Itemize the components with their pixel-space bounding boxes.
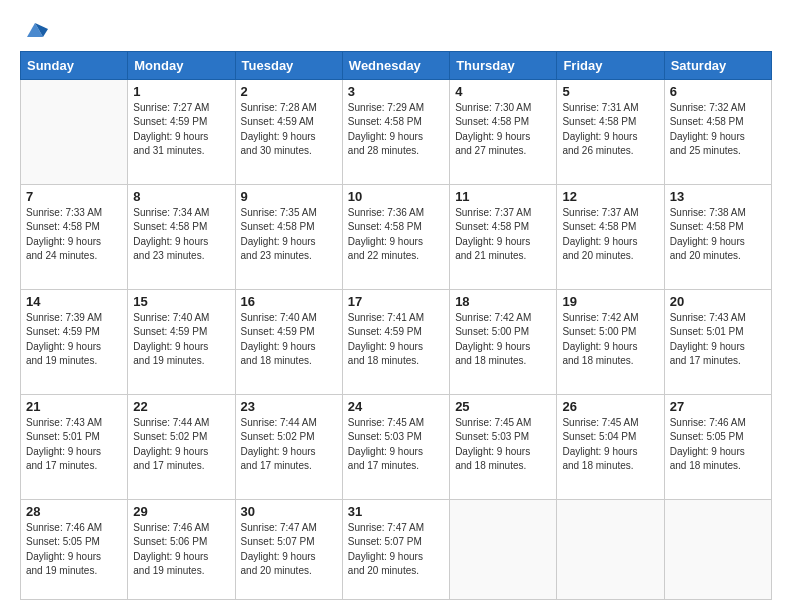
calendar-cell: 8Sunrise: 7:34 AMSunset: 4:58 PMDaylight… xyxy=(128,184,235,289)
day-number: 19 xyxy=(562,294,658,309)
calendar-cell: 29Sunrise: 7:46 AMSunset: 5:06 PMDayligh… xyxy=(128,499,235,599)
day-info: Sunrise: 7:32 AMSunset: 4:58 PMDaylight:… xyxy=(670,101,766,159)
day-number: 12 xyxy=(562,189,658,204)
calendar-cell: 9Sunrise: 7:35 AMSunset: 4:58 PMDaylight… xyxy=(235,184,342,289)
day-number: 11 xyxy=(455,189,551,204)
day-number: 4 xyxy=(455,84,551,99)
day-number: 28 xyxy=(26,504,122,519)
calendar-cell: 15Sunrise: 7:40 AMSunset: 4:59 PMDayligh… xyxy=(128,289,235,394)
weekday-header-friday: Friday xyxy=(557,51,664,79)
day-number: 15 xyxy=(133,294,229,309)
calendar-week-row: 28Sunrise: 7:46 AMSunset: 5:05 PMDayligh… xyxy=(21,499,772,599)
calendar-cell: 21Sunrise: 7:43 AMSunset: 5:01 PMDayligh… xyxy=(21,394,128,499)
day-info: Sunrise: 7:46 AMSunset: 5:05 PMDaylight:… xyxy=(26,521,122,579)
calendar-cell: 24Sunrise: 7:45 AMSunset: 5:03 PMDayligh… xyxy=(342,394,449,499)
day-info: Sunrise: 7:46 AMSunset: 5:06 PMDaylight:… xyxy=(133,521,229,579)
calendar-cell: 6Sunrise: 7:32 AMSunset: 4:58 PMDaylight… xyxy=(664,79,771,184)
day-number: 25 xyxy=(455,399,551,414)
day-info: Sunrise: 7:47 AMSunset: 5:07 PMDaylight:… xyxy=(241,521,337,579)
day-number: 29 xyxy=(133,504,229,519)
calendar-cell: 25Sunrise: 7:45 AMSunset: 5:03 PMDayligh… xyxy=(450,394,557,499)
calendar-cell: 22Sunrise: 7:44 AMSunset: 5:02 PMDayligh… xyxy=(128,394,235,499)
weekday-header-wednesday: Wednesday xyxy=(342,51,449,79)
calendar-cell: 14Sunrise: 7:39 AMSunset: 4:59 PMDayligh… xyxy=(21,289,128,394)
day-info: Sunrise: 7:33 AMSunset: 4:58 PMDaylight:… xyxy=(26,206,122,264)
day-info: Sunrise: 7:44 AMSunset: 5:02 PMDaylight:… xyxy=(133,416,229,474)
day-number: 22 xyxy=(133,399,229,414)
day-info: Sunrise: 7:43 AMSunset: 5:01 PMDaylight:… xyxy=(670,311,766,369)
calendar-cell: 20Sunrise: 7:43 AMSunset: 5:01 PMDayligh… xyxy=(664,289,771,394)
day-number: 26 xyxy=(562,399,658,414)
calendar-cell: 13Sunrise: 7:38 AMSunset: 4:58 PMDayligh… xyxy=(664,184,771,289)
calendar-week-row: 1Sunrise: 7:27 AMSunset: 4:59 PMDaylight… xyxy=(21,79,772,184)
day-info: Sunrise: 7:42 AMSunset: 5:00 PMDaylight:… xyxy=(562,311,658,369)
day-number: 14 xyxy=(26,294,122,309)
calendar-cell: 1Sunrise: 7:27 AMSunset: 4:59 PMDaylight… xyxy=(128,79,235,184)
weekday-header-saturday: Saturday xyxy=(664,51,771,79)
day-info: Sunrise: 7:40 AMSunset: 4:59 PMDaylight:… xyxy=(133,311,229,369)
day-number: 2 xyxy=(241,84,337,99)
weekday-header-sunday: Sunday xyxy=(21,51,128,79)
day-number: 3 xyxy=(348,84,444,99)
calendar-cell: 18Sunrise: 7:42 AMSunset: 5:00 PMDayligh… xyxy=(450,289,557,394)
calendar-cell: 2Sunrise: 7:28 AMSunset: 4:59 AMDaylight… xyxy=(235,79,342,184)
calendar-cell: 11Sunrise: 7:37 AMSunset: 4:58 PMDayligh… xyxy=(450,184,557,289)
calendar-cell: 23Sunrise: 7:44 AMSunset: 5:02 PMDayligh… xyxy=(235,394,342,499)
calendar-cell: 27Sunrise: 7:46 AMSunset: 5:05 PMDayligh… xyxy=(664,394,771,499)
day-info: Sunrise: 7:45 AMSunset: 5:03 PMDaylight:… xyxy=(455,416,551,474)
day-info: Sunrise: 7:37 AMSunset: 4:58 PMDaylight:… xyxy=(562,206,658,264)
day-info: Sunrise: 7:39 AMSunset: 4:59 PMDaylight:… xyxy=(26,311,122,369)
day-number: 20 xyxy=(670,294,766,309)
day-number: 21 xyxy=(26,399,122,414)
day-info: Sunrise: 7:47 AMSunset: 5:07 PMDaylight:… xyxy=(348,521,444,579)
day-number: 8 xyxy=(133,189,229,204)
calendar-cell: 17Sunrise: 7:41 AMSunset: 4:59 PMDayligh… xyxy=(342,289,449,394)
calendar-cell: 31Sunrise: 7:47 AMSunset: 5:07 PMDayligh… xyxy=(342,499,449,599)
day-info: Sunrise: 7:44 AMSunset: 5:02 PMDaylight:… xyxy=(241,416,337,474)
day-number: 13 xyxy=(670,189,766,204)
calendar-cell xyxy=(557,499,664,599)
day-number: 1 xyxy=(133,84,229,99)
day-number: 24 xyxy=(348,399,444,414)
weekday-header-monday: Monday xyxy=(128,51,235,79)
calendar-week-row: 7Sunrise: 7:33 AMSunset: 4:58 PMDaylight… xyxy=(21,184,772,289)
day-info: Sunrise: 7:37 AMSunset: 4:58 PMDaylight:… xyxy=(455,206,551,264)
day-info: Sunrise: 7:46 AMSunset: 5:05 PMDaylight:… xyxy=(670,416,766,474)
day-info: Sunrise: 7:29 AMSunset: 4:58 PMDaylight:… xyxy=(348,101,444,159)
day-info: Sunrise: 7:35 AMSunset: 4:58 PMDaylight:… xyxy=(241,206,337,264)
day-number: 30 xyxy=(241,504,337,519)
calendar-cell: 3Sunrise: 7:29 AMSunset: 4:58 PMDaylight… xyxy=(342,79,449,184)
weekday-header-tuesday: Tuesday xyxy=(235,51,342,79)
day-info: Sunrise: 7:28 AMSunset: 4:59 AMDaylight:… xyxy=(241,101,337,159)
day-number: 5 xyxy=(562,84,658,99)
calendar-week-row: 21Sunrise: 7:43 AMSunset: 5:01 PMDayligh… xyxy=(21,394,772,499)
day-number: 7 xyxy=(26,189,122,204)
day-info: Sunrise: 7:42 AMSunset: 5:00 PMDaylight:… xyxy=(455,311,551,369)
calendar-cell: 7Sunrise: 7:33 AMSunset: 4:58 PMDaylight… xyxy=(21,184,128,289)
day-info: Sunrise: 7:38 AMSunset: 4:58 PMDaylight:… xyxy=(670,206,766,264)
weekday-header-thursday: Thursday xyxy=(450,51,557,79)
calendar-cell: 5Sunrise: 7:31 AMSunset: 4:58 PMDaylight… xyxy=(557,79,664,184)
calendar-cell: 10Sunrise: 7:36 AMSunset: 4:58 PMDayligh… xyxy=(342,184,449,289)
header xyxy=(20,18,772,41)
day-number: 18 xyxy=(455,294,551,309)
day-info: Sunrise: 7:45 AMSunset: 5:03 PMDaylight:… xyxy=(348,416,444,474)
day-info: Sunrise: 7:45 AMSunset: 5:04 PMDaylight:… xyxy=(562,416,658,474)
weekday-header-row: SundayMondayTuesdayWednesdayThursdayFrid… xyxy=(21,51,772,79)
day-info: Sunrise: 7:41 AMSunset: 4:59 PMDaylight:… xyxy=(348,311,444,369)
calendar-cell: 19Sunrise: 7:42 AMSunset: 5:00 PMDayligh… xyxy=(557,289,664,394)
day-number: 6 xyxy=(670,84,766,99)
calendar-cell: 4Sunrise: 7:30 AMSunset: 4:58 PMDaylight… xyxy=(450,79,557,184)
day-info: Sunrise: 7:36 AMSunset: 4:58 PMDaylight:… xyxy=(348,206,444,264)
calendar-cell: 16Sunrise: 7:40 AMSunset: 4:59 PMDayligh… xyxy=(235,289,342,394)
day-number: 16 xyxy=(241,294,337,309)
day-info: Sunrise: 7:30 AMSunset: 4:58 PMDaylight:… xyxy=(455,101,551,159)
calendar-cell xyxy=(664,499,771,599)
day-number: 31 xyxy=(348,504,444,519)
day-info: Sunrise: 7:31 AMSunset: 4:58 PMDaylight:… xyxy=(562,101,658,159)
day-number: 9 xyxy=(241,189,337,204)
logo-text xyxy=(20,18,50,41)
day-info: Sunrise: 7:40 AMSunset: 4:59 PMDaylight:… xyxy=(241,311,337,369)
calendar-cell xyxy=(450,499,557,599)
day-number: 10 xyxy=(348,189,444,204)
